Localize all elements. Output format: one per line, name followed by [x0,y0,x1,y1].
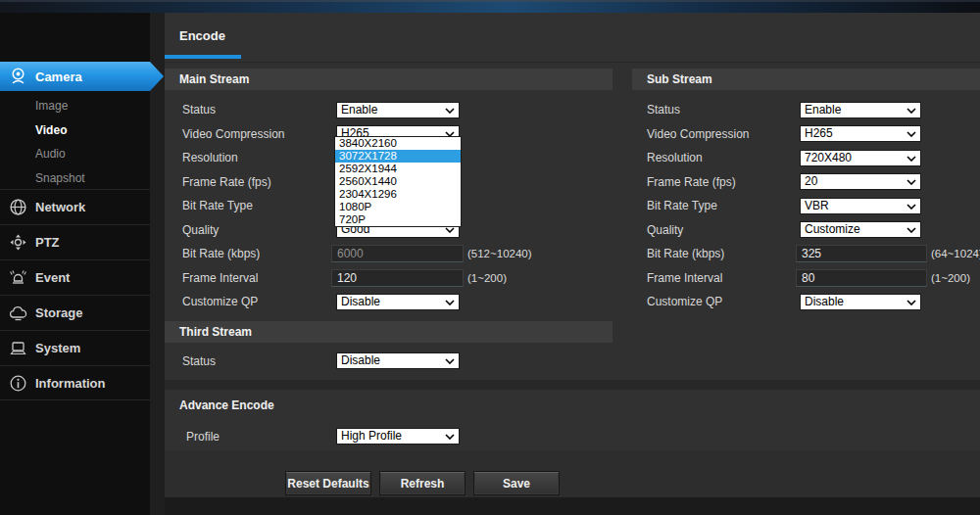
field-label: Frame Rate (fps) [182,174,271,190]
chevron-down-icon [906,227,916,233]
field-label: Status [182,353,216,369]
field-label: Resolution [182,150,238,165]
resolution-dropdown-list: 3840X2160 3072X1728 2592X1944 2560X1440 … [334,136,462,227]
field-label: Status [647,102,680,117]
refresh-button[interactable]: Refresh [379,471,466,495]
sidebar-item-audio[interactable]: Audio [0,142,150,166]
event-icon [9,268,27,287]
sidebar-item-storage[interactable]: Storage [0,295,150,330]
reset-defaults-button[interactable]: Reset Defaults [285,471,371,495]
content-area: Encode Main Stream Sub Stream Third Stre… [165,13,980,515]
chevron-down-icon [445,108,455,114]
dropdown-option[interactable]: 2304X1296 [335,188,461,201]
top-titlebar [0,0,980,13]
chevron-down-icon [445,227,455,233]
main-bitrate-input[interactable] [331,245,464,262]
range-hint: (512~10240) [467,246,532,261]
sub-stream-header: Sub Stream [632,69,980,90]
select-value: 720X480 [805,151,852,165]
chevron-down-icon [906,131,916,137]
sidebar-item-label: Video [35,123,67,137]
sub-customize-qp-select[interactable]: Disable [800,294,921,310]
chevron-down-icon [445,300,455,305]
dropdown-option[interactable]: 1080P [335,201,461,213]
sidebar-item-snapshot[interactable]: Snapshot [0,166,150,191]
info-icon [9,374,27,393]
sub-video-compression-select[interactable]: H265 [800,125,921,142]
system-icon [9,339,27,357]
field-label: Status [182,102,216,117]
main-stream-header: Main Stream [165,69,612,90]
tab-active-underline [165,55,241,59]
advance-encode-title: Advance Encode [179,398,274,412]
sidebar-item-image[interactable]: Image [0,94,150,118]
sidebar-item-network[interactable]: Network [0,189,150,224]
field-label: Resolution [647,150,703,165]
save-button[interactable]: Save [473,471,560,495]
sidebar-item-event[interactable]: Event [0,259,150,295]
sidebar-item-label: Camera [35,70,82,84]
field-label: Frame Interval [647,270,722,286]
sub-status-select[interactable]: Enable [800,102,921,118]
section-title: Third Stream [179,325,252,339]
dropdown-option[interactable]: 3072X1728 [335,150,461,163]
sidebar-item-label: Event [35,270,70,285]
field-label: Bit Rate Type [647,198,717,213]
main-status-select[interactable]: Enable [336,102,460,118]
chevron-down-icon [445,434,455,440]
sidebar-item-label: Image [35,99,68,113]
storage-icon [9,304,27,322]
tab-encode[interactable]: Encode [179,28,225,43]
bottom-band [165,497,980,515]
sidebar-item-information[interactable]: Information [0,365,150,400]
sidebar-item-label: Storage [35,305,82,320]
field-label: Quality [182,222,219,238]
sidebar-item-label: PTZ [35,235,60,250]
sub-frame-interval-input[interactable] [796,269,927,287]
sidebar-menu: Network PTZ [0,189,150,400]
chevron-down-icon [445,358,455,364]
range-hint: (1~200) [467,270,507,286]
select-value: Disable [341,353,380,368]
sub-bitratetype-select[interactable]: VBR [800,198,921,214]
third-stream-header: Third Stream [165,321,612,343]
profile-select[interactable]: High Profile [336,428,460,445]
select-value: VBR [805,199,829,213]
dropdown-option[interactable]: 2560X1440 [335,175,461,188]
ptz-icon [9,233,27,252]
section-title: Sub Stream [647,72,712,86]
sidebar-item-camera[interactable]: Camera [0,62,164,91]
field-label: Bit Rate (kbps) [182,246,260,261]
field-label: Frame Interval [182,270,258,286]
third-status-select[interactable]: Disable [336,352,460,369]
select-value: 20 [805,174,817,189]
sidebar-item-label: Audio [35,147,66,161]
sub-resolution-select[interactable]: 720X480 [800,150,921,166]
sub-quality-select[interactable]: Customize [800,221,921,238]
dropdown-option[interactable]: 2592X1944 [335,163,461,175]
sidebar-item-label: Information [35,376,106,391]
field-label: Bit Rate (kbps) [647,246,724,261]
dropdown-option[interactable]: 3840X2160 [335,137,461,150]
sub-framerate-select[interactable]: 20 [800,173,921,190]
chevron-down-icon [906,300,916,305]
main-customize-qp-select[interactable]: Disable [336,294,460,310]
sidebar-item-system[interactable]: System [0,330,150,365]
sub-bitrate-input[interactable] [796,245,927,262]
select-value: High Profile [341,429,402,444]
network-icon [9,198,27,216]
field-label: Frame Rate (fps) [647,174,736,190]
sidebar: Camera Image Video Audio Snapshot Networ… [0,13,150,515]
sidebar-item-video[interactable]: Video [0,118,150,143]
camera-icon [9,67,27,85]
dropdown-option[interactable]: 720P [335,213,461,226]
camera-submenu: Image Video Audio Snapshot [0,94,150,190]
select-value: Enable [805,103,841,117]
sidebar-item-ptz[interactable]: PTZ [0,224,150,259]
advance-encode-panel [165,390,980,450]
main-frame-interval-input[interactable] [331,269,464,287]
range-hint: (64~1024) [931,246,980,261]
sidebar-item-label: Network [35,200,85,214]
chevron-down-icon [906,204,916,210]
sidebar-item-label: Snapshot [35,171,85,185]
